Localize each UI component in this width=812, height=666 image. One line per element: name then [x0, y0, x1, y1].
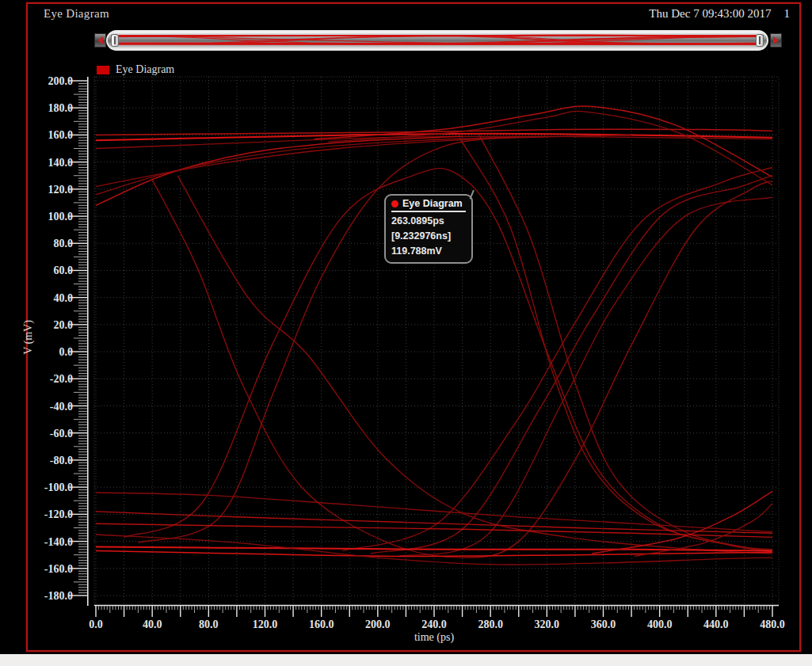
svg-text:0.0: 0.0 — [59, 346, 74, 358]
svg-text:-20.0: -20.0 — [50, 373, 73, 385]
page-background-strip — [0, 654, 812, 666]
y-axis-title: V (mV) — [22, 304, 36, 371]
svg-text:360.0: 360.0 — [591, 618, 616, 630]
svg-text:-100.0: -100.0 — [44, 481, 73, 493]
svg-text:480.0: 480.0 — [760, 618, 785, 630]
svg-text:120.0: 120.0 — [48, 184, 74, 196]
svg-text:-140.0: -140.0 — [44, 536, 73, 548]
svg-text:180.0: 180.0 — [48, 102, 74, 114]
tooltip-header: Eye Diagram — [391, 198, 466, 212]
svg-text:-120.0: -120.0 — [44, 508, 73, 520]
svg-text:20.0: 20.0 — [54, 319, 74, 331]
svg-text:160.0: 160.0 — [48, 129, 74, 141]
svg-text:240.0: 240.0 — [421, 618, 447, 630]
svg-text:140.0: 140.0 — [48, 157, 74, 169]
svg-text:80.0: 80.0 — [199, 618, 218, 630]
svg-text:-160.0: -160.0 — [44, 563, 73, 575]
tooltip-time-value: 263.0895ps — [391, 214, 466, 229]
trace-marker-dot-icon — [391, 200, 398, 207]
svg-text:40.0: 40.0 — [54, 292, 74, 304]
svg-text:-80.0: -80.0 — [50, 455, 73, 466]
svg-text:200.0: 200.0 — [48, 75, 74, 87]
waveform-window: Eye Diagram Thu Dec 7 09:43:00 2017 1 Ey… — [26, 2, 801, 652]
svg-text:160.0: 160.0 — [309, 618, 334, 630]
svg-text:40.0: 40.0 — [143, 618, 162, 630]
trace-tooltip[interactable]: Eye Diagram 263.0895ps [9.232976ns] 119.… — [384, 194, 473, 264]
svg-text:60.0: 60.0 — [54, 264, 74, 276]
svg-text:-40.0: -40.0 — [50, 401, 73, 413]
tooltip-voltage-value: 119.788mV — [391, 244, 466, 259]
svg-text:0.0: 0.0 — [89, 618, 103, 630]
svg-text:80.0: 80.0 — [54, 238, 74, 249]
svg-text:-60.0: -60.0 — [50, 428, 73, 440]
eye-diagram-plot[interactable]: 200.0180.0160.0140.0120.0100.080.060.040… — [28, 4, 799, 647]
svg-text:280.0: 280.0 — [478, 618, 503, 630]
tooltip-abs-time-value: [9.232976ns] — [391, 229, 466, 244]
tooltip-title: Eye Diagram — [402, 198, 463, 209]
svg-text:440.0: 440.0 — [703, 618, 729, 630]
svg-text:120.0: 120.0 — [253, 618, 278, 630]
svg-text:100.0: 100.0 — [48, 211, 74, 223]
x-axis-title: time (ps) — [96, 631, 772, 644]
svg-text:400.0: 400.0 — [647, 618, 673, 630]
svg-text:200.0: 200.0 — [365, 618, 391, 630]
svg-text:320.0: 320.0 — [535, 618, 560, 630]
svg-text:-180.0: -180.0 — [44, 590, 73, 602]
